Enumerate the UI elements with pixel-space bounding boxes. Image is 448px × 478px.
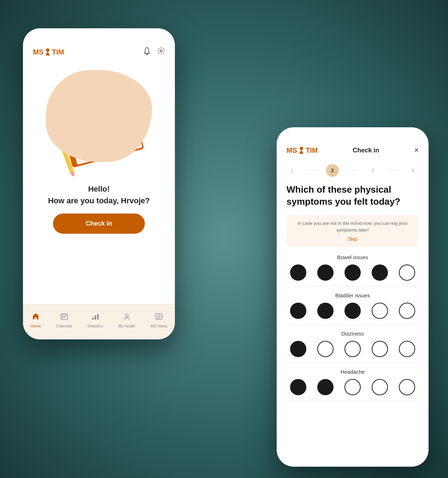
checkin-title: Check in [353, 147, 379, 154]
svg-rect-30 [64, 317, 65, 318]
svg-point-1 [160, 50, 162, 52]
greeting-section: Hello! How are you today, Hrvoje? Check … [23, 176, 175, 248]
logo2-ms: MS [287, 146, 297, 155]
symptom-divider-1 [287, 325, 419, 325]
nav-label-statistics: Statistics [88, 324, 103, 328]
my-health-icon [123, 313, 131, 322]
logo-tim: TIM [52, 48, 64, 56]
symptom-dots-0 [287, 264, 419, 281]
symptom-2-dot-3[interactable] [372, 341, 388, 357]
symptom-1-dot-3[interactable] [372, 303, 388, 319]
step-3: 3 [366, 164, 379, 177]
svg-rect-29 [62, 317, 63, 318]
symptom-dots-3 [287, 379, 419, 395]
symptom-2-dot-2[interactable] [344, 341, 361, 357]
symptom-1-dot-0[interactable] [290, 303, 306, 319]
symptom-1-dot-2[interactable] [344, 303, 361, 319]
svg-point-0 [146, 53, 148, 55]
checkin-button[interactable]: Check in [53, 214, 145, 234]
phone1-header: MS TIM [23, 28, 175, 63]
nav-label-ms-news: MS News [151, 324, 167, 328]
symptom-0-dot-1[interactable] [317, 264, 334, 281]
close-button[interactable]: × [414, 146, 419, 155]
step-line-3 [388, 170, 398, 171]
symptom-3-dot-0[interactable] [290, 379, 306, 395]
home-icon [32, 313, 40, 322]
logo2-ribbon-icon [298, 146, 305, 155]
symptom-2: Dizziness [277, 331, 429, 363]
logo2-tim: TIM [306, 146, 318, 155]
nav-item-statistics[interactable]: Statistics [88, 313, 103, 328]
svg-rect-31 [92, 317, 94, 320]
symptom-0-dot-2[interactable] [344, 264, 361, 281]
step-2: 2 [326, 164, 339, 177]
nav-label-calendar: Calendar [57, 324, 72, 328]
symptom-1: Bladder issues [277, 292, 429, 325]
nav-item-ms-news[interactable]: MS News [151, 313, 167, 328]
phone1-home: MS TIM [23, 28, 175, 339]
symptom-0-dot-4[interactable] [399, 264, 415, 281]
nav-item-calendar[interactable]: Calendar [57, 313, 72, 328]
ms-news-icon [155, 313, 163, 322]
statistics-icon [92, 313, 99, 322]
logo: MS TIM [33, 48, 64, 56]
logo-ribbon-icon [44, 48, 51, 56]
symptom-2-dot-1[interactable] [317, 341, 334, 357]
hero-illustration [30, 63, 168, 176]
step-line-2 [347, 170, 358, 171]
symptom-3: Headache [277, 369, 429, 401]
symptom-3-dot-4[interactable] [399, 379, 415, 395]
symptom-dots-2 [287, 341, 419, 357]
blob-background [46, 70, 152, 162]
calendar-icon [60, 313, 68, 322]
symptom-2-dot-4[interactable] [399, 341, 415, 357]
settings-icon[interactable] [157, 47, 165, 57]
step-4: 4 [407, 164, 419, 177]
nav-item-my-health[interactable]: My health [118, 313, 135, 328]
symptom-1-dot-1[interactable] [317, 303, 334, 319]
logo2: MS TIM [287, 146, 318, 155]
question-title: Which of these physical symptoms you fel… [277, 184, 429, 208]
svg-rect-33 [97, 314, 99, 320]
symptom-3-dot-3[interactable] [372, 379, 388, 395]
skip-link[interactable]: Skip [348, 236, 357, 242]
symptom-3-dot-2[interactable] [344, 379, 361, 395]
skip-message: In case you are not in the mood now, you… [294, 220, 412, 234]
symptom-dots-1 [287, 303, 419, 319]
symptoms-container: Bowel issuesBladder issuesDizzinessHeada… [277, 254, 429, 401]
symptom-0-dot-0[interactable] [290, 264, 306, 281]
symptom-divider-0 [287, 286, 419, 287]
symptom-3-dot-1[interactable] [317, 379, 334, 395]
symptom-2-dot-0[interactable] [290, 341, 306, 357]
symptom-divider-3 [287, 401, 419, 401]
phone2-header: MS TIM Check in × [277, 127, 429, 161]
header-icons [143, 47, 165, 57]
symptom-1-dot-4[interactable] [399, 303, 415, 319]
symptom-name-1: Bladder issues [287, 292, 419, 298]
nav-label-home: Home [31, 324, 41, 328]
symptom-name-0: Bowel issues [287, 254, 419, 260]
skip-box: In case you are not in the mood now, you… [287, 215, 419, 247]
step-1: 1 [286, 164, 299, 177]
nav-item-home[interactable]: Home [31, 313, 41, 328]
phone2-checkin: MS TIM Check in × 1 2 3 4 Which of these… [277, 127, 429, 467]
notification-icon[interactable] [143, 47, 151, 57]
symptom-divider-2 [287, 363, 419, 363]
symptom-0: Bowel issues [277, 254, 429, 287]
symptom-0-dot-3[interactable] [372, 264, 388, 281]
logo-ms: MS [33, 48, 43, 56]
step-indicator: 1 2 3 4 [277, 161, 429, 184]
symptom-name-2: Dizziness [287, 331, 419, 337]
greeting-text: Hello! How are you today, Hrvoje? [37, 183, 161, 206]
svg-point-34 [125, 314, 128, 317]
svg-rect-32 [95, 315, 96, 320]
bottom-nav: Home Calendar [23, 304, 175, 339]
symptom-name-3: Headache [287, 369, 419, 375]
step-line-1 [307, 170, 318, 171]
nav-label-my-health: My health [118, 324, 135, 328]
